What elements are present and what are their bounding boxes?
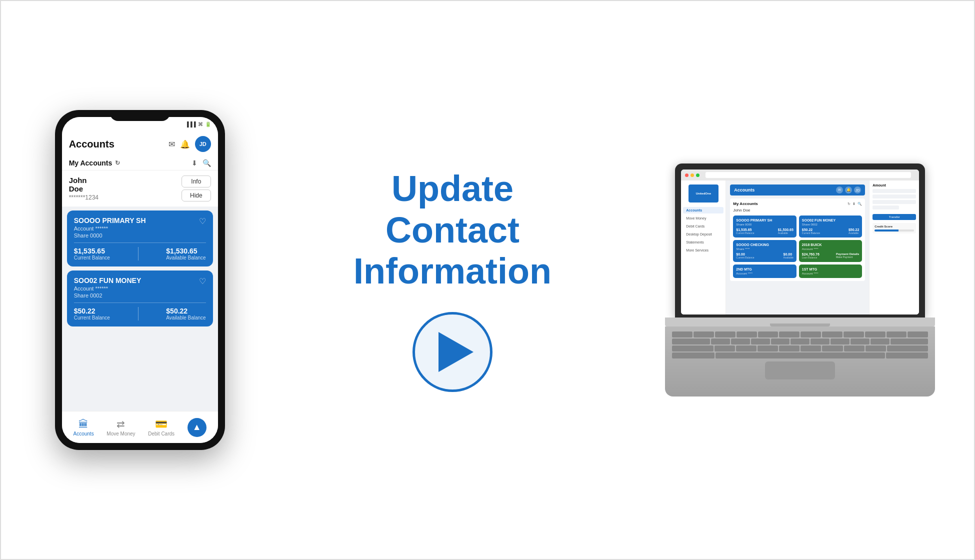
sidebar-item-desktop-deposit[interactable]: Desktop Deposit [683,231,724,238]
laptop-icon-1[interactable]: ✉ [836,186,843,194]
laptop-card-2-current: $50.22 Current Balance [802,228,820,234]
key [810,338,830,344]
laptop-right-panel: Amount Transfer Credit Score [869,180,919,314]
info-button[interactable]: Info [182,176,211,188]
key [672,332,692,338]
sidebar-item-more-services[interactable]: More Services [683,247,724,254]
account-card-1[interactable]: SOOOO PRIMARY SH Account ****** Share 00… [67,210,213,266]
laptop-download-icon[interactable]: ⬇ [852,202,856,206]
sidebar-item-debit-cards[interactable]: Debit Cards [683,223,724,230]
sidebar-logo: UnitedOne [688,184,718,202]
phone-mockup: ▐▐▐ ⌘ 🔋 Accounts ✉ 🔔 JD My Accounts ↻ [35,110,245,450]
laptop-search-icon[interactable]: 🔍 [858,202,862,206]
laptop-field-3 [872,200,916,204]
laptop-browser-bar [681,170,919,180]
laptop-card-4-sub: Account **** [802,248,860,250]
current-balance-label-2: Current Balance [74,315,110,320]
chevron-up-icon: ▲ [192,422,202,432]
laptop-my-accounts-header: My Accounts ↻ ⬇ 🔍 [733,202,862,206]
nav-move-money[interactable]: ⇄ Move Money [106,418,135,436]
hide-button[interactable]: Hide [182,190,211,202]
account-card-1-divider [74,242,206,243]
phone-header-title: Accounts [69,138,114,150]
nav-accounts-label: Accounts [74,431,94,436]
download-icon[interactable]: ⬇ [192,159,198,167]
account-card-2-header: SOO02 FUN MONEY Account ****** Share 000… [74,276,206,298]
refresh-icon[interactable]: ↻ [115,160,120,166]
available-balance-col-1: $1,530.65 Available Balance [166,247,206,260]
laptop-card-4[interactable]: 2018 BUICK Account **** $24,760.76 Loan … [799,240,862,262]
account-card-2-balances: $50.22 Current Balance $50.22 Available … [74,307,206,320]
laptop-credit-score-bar [874,230,914,232]
browser-address-bar[interactable] [706,172,911,178]
laptop-card-1-current: $1,535.65 Current Balance [736,228,754,234]
sidebar-item-accounts[interactable]: Accounts [683,207,724,214]
laptop-card-2-balances: $50.22 Current Balance $50.22 Available [802,228,860,234]
laptop-field-4 [872,206,898,210]
avatar[interactable]: JD [195,136,211,152]
key [800,346,821,352]
play-button[interactable] [412,312,492,392]
heart-icon-2[interactable]: ♡ [199,276,206,286]
play-button-wrapper [412,312,492,392]
key [714,346,735,352]
search-icon[interactable]: 🔍 [202,159,211,167]
laptop-card-1-sub: Share 0000 [736,223,794,226]
laptop-transfer-button[interactable]: Transfer [872,214,916,220]
account-card-2-account: Account ****** [74,286,142,292]
laptop-my-accounts-title: My Accounts [733,202,758,206]
laptop-avatar[interactable]: JD [854,186,861,194]
key-shift-right [886,352,928,358]
laptop-card-3-balances: $0.00 Current Balance $0.00 Available [736,252,794,259]
laptop-card-5[interactable]: 2ND MTG Account **** [733,264,796,278]
laptop-card-4-due: Payment Details Make Payment [836,252,859,259]
key [865,332,886,338]
phone-user-buttons: Info Hide [182,176,211,202]
key [822,346,842,352]
email-icon[interactable]: ✉ [168,140,175,149]
key [779,346,800,352]
laptop-trackpad[interactable] [765,362,835,380]
laptop-card-4-balances: $24,760.76 Loan Balance Payment Details … [802,252,860,259]
current-balance-col-1: $1,535.65 Current Balance [74,247,110,260]
key [844,332,864,338]
key [711,338,730,344]
account-card-2-divider [74,302,206,303]
headline-line2: Contact [354,210,552,251]
phone-user-name-line2: Doe [69,184,98,193]
laptop-field-2 [872,194,916,198]
account-card-1-share: Share 0000 [74,232,146,238]
nav-up-button[interactable]: ▲ [188,418,206,437]
laptop-icon-2[interactable]: 🔔 [845,186,852,194]
laptop-user-name: John Doe [733,208,750,212]
laptop-card-3[interactable]: SOOOO CHECKING Share **** $0.00 Current … [733,240,796,262]
bell-icon[interactable]: 🔔 [180,140,190,149]
account-card-2[interactable]: SOO02 FUN MONEY Account ****** Share 000… [67,270,213,326]
laptop-card-2[interactable]: SOO02 FUN MONEY Share 0002 $50.22 Curren… [799,216,862,238]
key [830,338,850,344]
laptop-card-1[interactable]: SOOOO PRIMARY SH Share 0000 $1,535.65 Cu… [733,216,796,238]
keyboard-row-3 [672,346,928,352]
available-balance-label-2: Available Balance [166,315,206,320]
heart-icon-1[interactable]: ♡ [199,216,206,226]
laptop-sidebar: UnitedOne Accounts Move Money Debit Card… [681,180,726,314]
laptop-card-1-available: $1,530.65 Available [778,228,794,234]
nav-accounts[interactable]: 🏛 Accounts [74,418,94,436]
phone-screen: ▐▐▐ ⌘ 🔋 Accounts ✉ 🔔 JD My Accounts ↻ [62,117,218,443]
key [715,332,736,338]
laptop-card-6[interactable]: 1ST MTG Account **** [799,264,862,278]
key [822,332,842,338]
sidebar-item-move-money[interactable]: Move Money [683,215,724,222]
key [850,338,870,344]
sidebar-item-statements[interactable]: Statements [683,239,724,246]
key [866,346,886,352]
key [736,346,756,352]
account-card-1-header: SOOOO PRIMARY SH Account ****** Share 00… [74,216,206,238]
laptop-refresh-icon[interactable]: ↻ [848,202,850,206]
nav-debit-cards[interactable]: 💳 Debit Cards [148,418,174,436]
signal-icon: ▐▐▐ [185,122,196,127]
key [844,346,864,352]
account-card-1-balances: $1,535.65 Current Balance $1,530.65 Avai… [74,247,206,260]
key-wide [887,346,928,352]
key [694,332,714,338]
